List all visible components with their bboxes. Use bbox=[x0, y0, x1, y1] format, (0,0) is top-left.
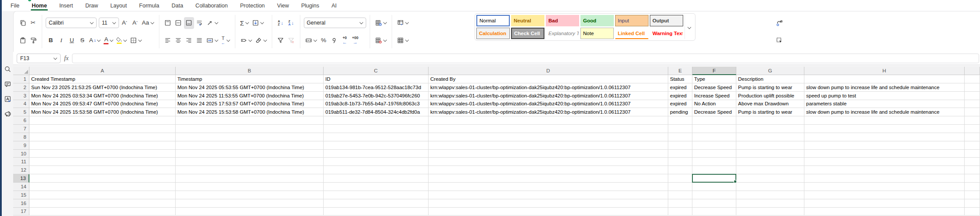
cell-D10[interactable] bbox=[429, 150, 668, 158]
cell-C8[interactable] bbox=[324, 133, 429, 141]
style-chip-check-cell[interactable]: Check Cell bbox=[511, 28, 544, 39]
formula-input[interactable] bbox=[72, 54, 979, 63]
cell-G15[interactable] bbox=[736, 191, 804, 199]
row-header-7[interactable]: 7 bbox=[13, 125, 29, 133]
align-middle-button[interactable] bbox=[173, 17, 184, 29]
cell-A3[interactable]: Mon Nov 24 2025 03:53:34 GMT+0700 (Indoc… bbox=[29, 92, 176, 100]
row-header-10[interactable]: 10 bbox=[13, 150, 29, 158]
cell-X16[interactable] bbox=[965, 199, 980, 208]
cell-G7[interactable] bbox=[736, 125, 804, 133]
cell-B1[interactable]: Timestamp bbox=[176, 75, 324, 83]
cell-B7[interactable] bbox=[176, 125, 324, 133]
decrease-decimal-button[interactable]: +00→ bbox=[350, 35, 360, 47]
cell-F11[interactable] bbox=[692, 158, 736, 166]
align-left-button[interactable] bbox=[163, 35, 173, 47]
cell-H13[interactable] bbox=[804, 174, 965, 183]
cell-E9[interactable] bbox=[668, 141, 692, 150]
cut-button[interactable]: ✂ bbox=[28, 17, 38, 29]
cell-D9[interactable] bbox=[429, 141, 668, 150]
comma-format-button[interactable] bbox=[329, 35, 339, 47]
align-top-button[interactable] bbox=[163, 17, 173, 29]
cell-H9[interactable] bbox=[804, 141, 965, 150]
cell-F3[interactable]: Increase Speed bbox=[692, 92, 736, 100]
cell-F12[interactable] bbox=[692, 166, 736, 174]
cell-F6[interactable] bbox=[692, 116, 736, 125]
row-header-4[interactable]: 4 bbox=[13, 100, 29, 108]
fill-color-button[interactable] bbox=[115, 35, 128, 47]
align-right-button[interactable] bbox=[184, 35, 194, 47]
cell-G9[interactable] bbox=[736, 141, 804, 150]
cell-D7[interactable] bbox=[429, 125, 668, 133]
cell-G5[interactable]: Pump is starting to wear bbox=[736, 108, 804, 116]
cell-H6[interactable] bbox=[804, 116, 965, 125]
cell-F2[interactable]: Decrease Speed bbox=[692, 83, 736, 92]
name-box[interactable]: F13 bbox=[17, 54, 61, 63]
spellcheck-button[interactable] bbox=[4, 95, 11, 104]
column-header-H[interactable]: H bbox=[804, 67, 965, 75]
cell-E16[interactable] bbox=[668, 199, 692, 208]
cell-E5[interactable]: pending bbox=[668, 108, 692, 116]
style-chip-input[interactable]: Input bbox=[615, 15, 649, 26]
cell-A1[interactable]: Created Timestamp bbox=[29, 75, 176, 83]
cell-H16[interactable] bbox=[804, 199, 965, 208]
cell-C1[interactable]: ID bbox=[324, 75, 429, 83]
cell-G8[interactable] bbox=[736, 133, 804, 141]
cell-H12[interactable] bbox=[804, 166, 965, 174]
cell-A5[interactable]: Mon Nov 24 2025 15:53:58 GMT+0700 (Indoc… bbox=[29, 108, 176, 116]
subscript-button[interactable]: A1 bbox=[88, 35, 102, 47]
cell-A7[interactable] bbox=[29, 125, 176, 133]
cell-H11[interactable] bbox=[804, 158, 965, 166]
delete-cells-button[interactable] bbox=[374, 35, 388, 47]
cell-D13[interactable] bbox=[429, 174, 668, 183]
style-chip-linked-cell[interactable]: Linked Cell bbox=[615, 28, 649, 39]
cell-B8[interactable] bbox=[176, 133, 324, 141]
tab-file[interactable]: File bbox=[4, 0, 25, 11]
cell-A10[interactable] bbox=[29, 150, 176, 158]
cell-B14[interactable] bbox=[176, 183, 324, 191]
cell-D16[interactable] bbox=[429, 199, 668, 208]
cell-X6[interactable] bbox=[965, 116, 980, 125]
select-objects-button[interactable] bbox=[774, 34, 784, 46]
cell-E17[interactable] bbox=[668, 208, 692, 216]
cell-F14[interactable] bbox=[692, 183, 736, 191]
cell-D6[interactable] bbox=[429, 116, 668, 125]
row-header-1[interactable]: 1 bbox=[13, 75, 29, 83]
cell-X4[interactable] bbox=[965, 100, 980, 108]
select-all-button[interactable] bbox=[13, 67, 29, 75]
cell-B16[interactable] bbox=[176, 199, 324, 208]
row-header-14[interactable]: 14 bbox=[13, 183, 29, 191]
borders-button[interactable] bbox=[129, 35, 143, 47]
cell-E8[interactable] bbox=[668, 133, 692, 141]
cell-G14[interactable] bbox=[736, 183, 804, 191]
cell-F1[interactable]: Type bbox=[692, 75, 736, 83]
cell-A16[interactable] bbox=[29, 199, 176, 208]
row-header-11[interactable]: 11 bbox=[13, 158, 29, 166]
tab-protection[interactable]: Protection bbox=[234, 0, 271, 11]
cell-B10[interactable] bbox=[176, 150, 324, 158]
cell-D3[interactable]: krn:wlappv:sales-01-cluster/bp-optimizat… bbox=[429, 92, 668, 100]
change-case-button[interactable]: Aa bbox=[141, 17, 155, 29]
style-chip-bad[interactable]: Bad bbox=[546, 15, 579, 26]
style-chip-note[interactable]: Note bbox=[580, 28, 614, 39]
cell-F16[interactable] bbox=[692, 199, 736, 208]
format-as-table-button[interactable] bbox=[396, 17, 410, 29]
cell-F5[interactable]: Decrease Speed bbox=[692, 108, 736, 116]
cell-X3[interactable] bbox=[965, 92, 980, 100]
cell-C17[interactable] bbox=[324, 208, 429, 216]
style-chip-calculation[interactable]: Calculation bbox=[476, 28, 510, 39]
cell-F17[interactable] bbox=[692, 208, 736, 216]
cell-F4[interactable]: No Action bbox=[692, 100, 736, 108]
search-button[interactable] bbox=[4, 65, 11, 75]
strikethrough-button[interactable]: S bbox=[77, 35, 87, 47]
cell-G17[interactable] bbox=[736, 208, 804, 216]
cell-D8[interactable] bbox=[429, 133, 668, 141]
cell-B13[interactable] bbox=[176, 174, 324, 183]
tab-formula[interactable]: Formula bbox=[133, 0, 166, 11]
column-header-D[interactable]: D bbox=[429, 67, 668, 75]
row-header-3[interactable]: 3 bbox=[13, 92, 29, 100]
cell-styles-button[interactable] bbox=[396, 35, 410, 47]
italic-button[interactable]: I bbox=[56, 35, 66, 47]
cell-F8[interactable] bbox=[692, 133, 736, 141]
cell-C2[interactable]: 019ab134-981b-7cea-9512-528aac18c73d bbox=[324, 83, 429, 92]
cell-H15[interactable] bbox=[804, 191, 965, 199]
